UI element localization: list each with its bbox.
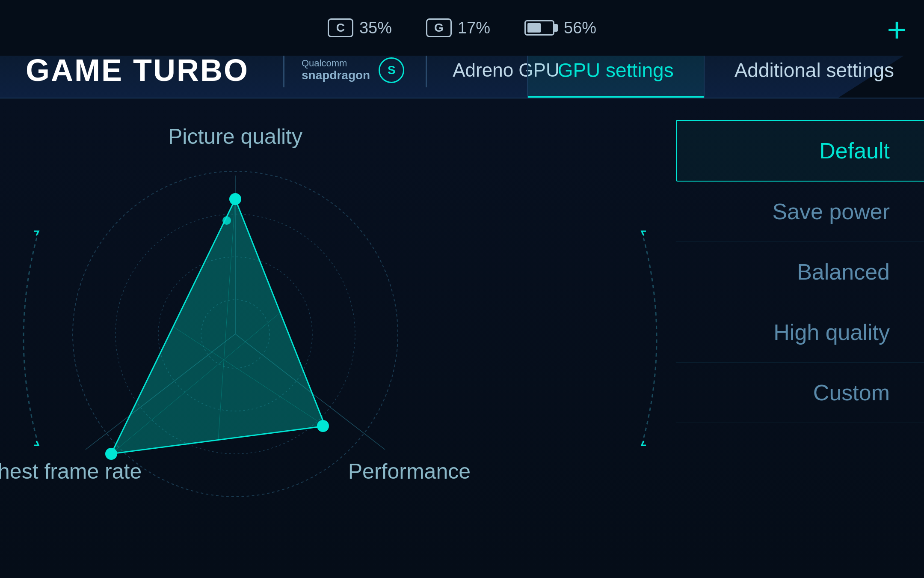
cpu-icon: C (328, 18, 353, 37)
header-divider (283, 53, 284, 87)
svg-point-17 (105, 448, 117, 460)
menu-item-default[interactable]: Default (676, 120, 924, 182)
add-icon[interactable]: + (887, 13, 907, 47)
svg-point-14 (229, 193, 241, 205)
status-bar: C 35% G 17% 56% + (0, 0, 924, 56)
qualcomm-brand: Qualcomm (302, 58, 347, 69)
main-content: Picture quality (0, 98, 924, 578)
snapdragon-text: snapdragon (302, 69, 370, 82)
cpu-value: 35% (359, 19, 392, 37)
left-arc-decoration (4, 210, 47, 467)
gpu-value: 17% (458, 19, 490, 37)
snapdragon-icon: S (379, 57, 404, 83)
qualcomm-section: Qualcomm snapdragon S Adreno GPU (302, 53, 560, 87)
right-arc-decoration (633, 210, 676, 467)
gpu-icon: G (426, 18, 452, 37)
cpu-status: C 35% (328, 18, 392, 37)
svg-point-16 (317, 420, 329, 432)
battery-icon (524, 20, 558, 36)
menu-item-custom[interactable]: Custom (676, 363, 924, 423)
battery-value: 56% (564, 19, 596, 37)
svg-point-15 (222, 216, 231, 225)
menu-item-high-quality[interactable]: High quality (676, 302, 924, 363)
label-performance: Performance (348, 459, 471, 484)
inner-divider (426, 53, 427, 87)
radar-svg-container (60, 158, 411, 509)
gpu-status: G 17% (426, 18, 490, 37)
radar-chart-section: Picture quality (43, 133, 428, 518)
right-menu: Default Save power Balanced High quality… (676, 120, 924, 423)
qualcomm-logo: Qualcomm snapdragon (302, 58, 370, 82)
label-frame-rate: Highest frame rate (0, 459, 142, 484)
menu-item-balanced[interactable]: Balanced (676, 242, 924, 302)
svg-marker-7 (111, 199, 325, 454)
app-title: GAME TURBO (0, 53, 266, 88)
battery-status: 56% (524, 19, 596, 37)
menu-item-save-power[interactable]: Save power (676, 182, 924, 242)
radar-svg (60, 158, 411, 509)
label-picture-quality: Picture quality (168, 124, 302, 149)
